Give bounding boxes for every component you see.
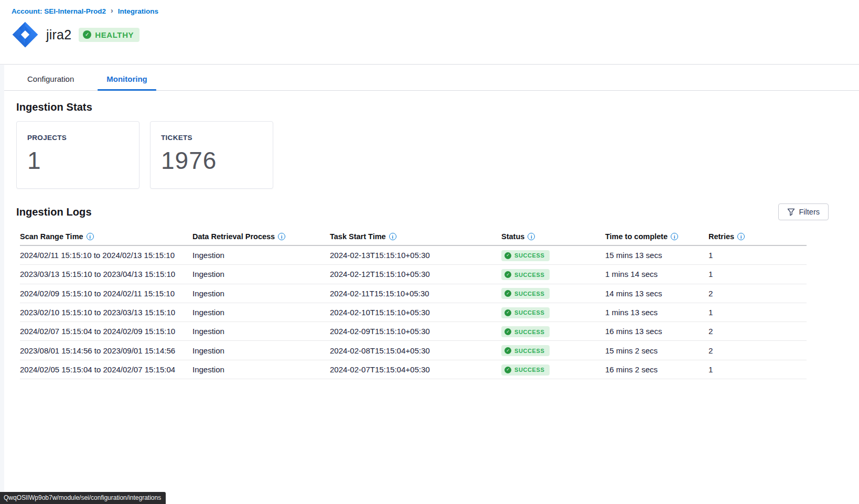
filters-button[interactable]: Filters <box>778 203 829 220</box>
cell-process: Ingestion <box>192 327 330 336</box>
info-icon[interactable]: i <box>671 233 678 240</box>
cell-retries: 2 <box>708 327 807 336</box>
cell-scan-range: 2024/02/07 15:15:04 to 2024/02/09 15:15:… <box>20 327 192 336</box>
table-row: 2023/03/13 15:15:10 to 2023/04/13 15:15:… <box>20 265 807 284</box>
column-label: Data Retrieval Process <box>192 232 275 241</box>
cell-scan-range: 2024/02/11 15:15:10 to 2024/02/13 15:15:… <box>20 251 192 260</box>
cell-task-start: 2024-02-07T15:15:04+05:30 <box>330 365 501 374</box>
stat-card-projects: PROJECTS 1 <box>16 121 139 189</box>
health-status-badge: ✓ HEALTHY <box>79 28 139 42</box>
cell-time-to-complete: 16 mins 13 secs <box>605 327 708 336</box>
health-status-label: HEALTHY <box>95 30 134 39</box>
cell-time-to-complete: 16 mins 2 secs <box>605 365 708 374</box>
column-label: Status <box>501 232 524 241</box>
cell-task-start: 2024-02-11T15:15:10+05:30 <box>330 289 501 298</box>
cell-retries: 2 <box>708 289 807 298</box>
ingestion-logs-table: Scan Range Time i Data Retrieval Process… <box>20 228 807 379</box>
cell-time-to-complete: 15 mins 2 secs <box>605 346 708 355</box>
check-circle-icon: ✓ <box>504 347 511 354</box>
integration-title-row: jira2 ✓ HEALTHY <box>12 21 139 48</box>
cell-process: Ingestion <box>192 346 330 355</box>
table-row: 2024/02/07 15:15:04 to 2024/02/09 15:15:… <box>20 322 807 341</box>
monitoring-content: Ingestion Stats PROJECTS 1 TICKETS 1976 … <box>4 91 859 379</box>
status-label: SUCCESS <box>514 291 544 297</box>
cell-time-to-complete: 14 mins 13 secs <box>605 289 708 298</box>
cell-task-start: 2024-02-10T15:15:10+05:30 <box>330 308 501 317</box>
cell-status: ✓SUCCESS <box>501 287 605 299</box>
filters-button-label: Filters <box>799 208 820 216</box>
breadcrumb: Account: SEI-Internal-Prod2 › Integratio… <box>12 7 158 15</box>
cell-scan-range: 2024/02/09 15:15:10 to 2024/02/11 15:15:… <box>20 289 192 298</box>
cell-scan-range: 2023/02/10 15:15:10 to 2023/03/13 15:15:… <box>20 308 192 317</box>
check-circle-icon: ✓ <box>504 252 511 259</box>
table-body: 2024/02/11 15:15:10 to 2024/02/13 15:15:… <box>20 246 807 379</box>
table-row: 2023/02/10 15:15:10 to 2023/03/13 15:15:… <box>20 303 807 322</box>
ingestion-logs-header: Ingestion Logs Filters <box>16 203 859 220</box>
info-icon[interactable]: i <box>87 233 94 240</box>
table-row: 2023/08/01 15:14:56 to 2023/09/01 15:14:… <box>20 341 807 360</box>
breadcrumb-integrations-link[interactable]: Integrations <box>118 7 158 15</box>
col-data-retrieval-process: Data Retrieval Process i <box>192 232 330 241</box>
status-label: SUCCESS <box>514 329 544 335</box>
cell-status: ✓SUCCESS <box>501 326 605 338</box>
cell-status: ✓SUCCESS <box>501 345 605 357</box>
info-icon[interactable]: i <box>737 233 745 240</box>
page-header: Account: SEI-Internal-Prod2 › Integratio… <box>0 0 859 65</box>
cell-retries: 1 <box>708 308 807 317</box>
cell-process: Ingestion <box>192 365 330 374</box>
cell-retries: 1 <box>708 251 807 260</box>
filter-funnel-icon <box>787 208 795 216</box>
cell-retries: 1 <box>708 365 807 374</box>
jira-logo-icon <box>12 21 39 48</box>
cell-process: Ingestion <box>192 289 330 298</box>
table-header-row: Scan Range Time i Data Retrieval Process… <box>20 228 807 246</box>
cell-status: ✓SUCCESS <box>501 269 605 281</box>
cell-status: ✓SUCCESS <box>501 363 605 376</box>
check-circle-icon: ✓ <box>83 30 91 39</box>
column-label: Time to complete <box>605 232 668 241</box>
check-circle-icon: ✓ <box>504 309 511 316</box>
cell-status: ✓SUCCESS <box>501 249 605 261</box>
cell-time-to-complete: 15 mins 13 secs <box>605 251 708 260</box>
column-label: Task Start Time <box>330 232 386 241</box>
ingestion-stats-heading: Ingestion Stats <box>16 101 859 113</box>
info-icon[interactable]: i <box>278 233 285 240</box>
col-task-start-time: Task Start Time i <box>330 232 501 241</box>
cell-retries: 2 <box>708 346 807 355</box>
check-circle-icon: ✓ <box>504 290 511 297</box>
table-row: 2024/02/11 15:15:10 to 2024/02/13 15:15:… <box>20 246 807 265</box>
cell-scan-range: 2023/08/01 15:14:56 to 2023/09/01 15:14:… <box>20 346 192 355</box>
status-badge: ✓SUCCESS <box>501 269 550 280</box>
status-label: SUCCESS <box>514 309 544 316</box>
column-label: Retries <box>708 232 734 241</box>
cell-task-start: 2024-02-12T15:15:10+05:30 <box>330 270 501 278</box>
status-label: SUCCESS <box>514 348 544 354</box>
cell-process: Ingestion <box>192 308 330 317</box>
stat-label: PROJECTS <box>27 134 139 142</box>
cell-task-start: 2024-02-09T15:15:10+05:30 <box>330 327 501 336</box>
check-circle-icon: ✓ <box>504 328 511 335</box>
info-icon[interactable]: i <box>528 233 535 240</box>
table-row: 2024/02/09 15:15:10 to 2024/02/11 15:15:… <box>20 284 807 303</box>
cell-process: Ingestion <box>192 270 330 278</box>
cell-time-to-complete: 1 mins 14 secs <box>605 270 708 278</box>
info-icon[interactable]: i <box>389 233 396 240</box>
status-label: SUCCESS <box>514 252 544 259</box>
stat-value: 1 <box>27 146 139 175</box>
status-badge: ✓SUCCESS <box>501 307 550 318</box>
tab-configuration[interactable]: Configuration <box>18 68 83 90</box>
cell-task-start: 2024-02-13T15:15:10+05:30 <box>330 251 501 260</box>
check-circle-icon: ✓ <box>504 271 511 278</box>
stat-label: TICKETS <box>161 134 273 142</box>
cell-scan-range: 2024/02/05 15:15:04 to 2024/02/07 15:15:… <box>20 365 192 374</box>
breadcrumb-account-link[interactable]: Account: SEI-Internal-Prod2 <box>12 7 106 15</box>
chevron-right-icon: › <box>111 6 113 15</box>
column-label: Scan Range Time <box>20 232 83 241</box>
stat-value: 1976 <box>161 146 273 175</box>
tab-monitoring[interactable]: Monitoring <box>98 68 156 90</box>
stat-cards: PROJECTS 1 TICKETS 1976 <box>16 121 859 189</box>
status-badge: ✓SUCCESS <box>501 364 550 376</box>
status-badge: ✓SUCCESS <box>501 326 550 337</box>
tab-bar: Configuration Monitoring <box>4 68 859 91</box>
col-retries: Retries i <box>708 232 807 241</box>
